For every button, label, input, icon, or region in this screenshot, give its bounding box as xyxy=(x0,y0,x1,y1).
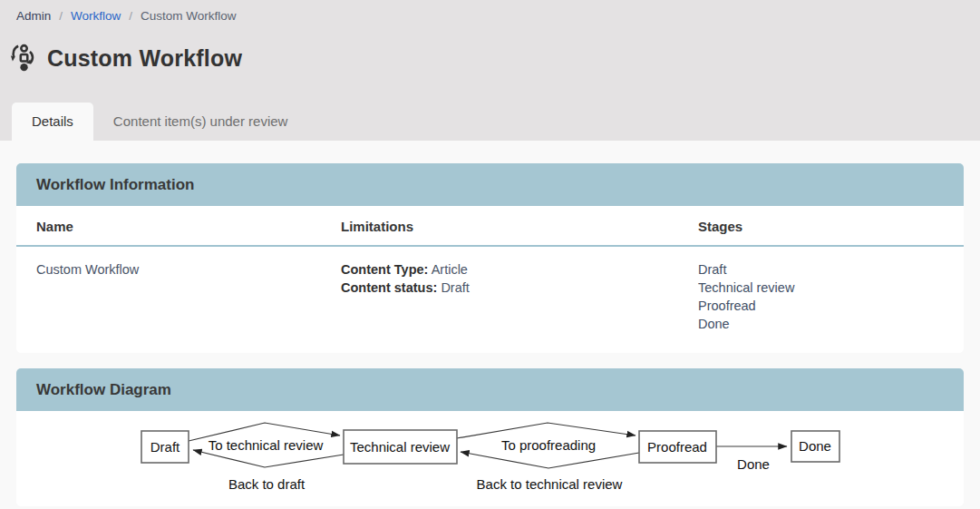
transition-label-to-proofreading: To proofreading xyxy=(501,437,596,453)
stage-item: Done xyxy=(698,315,944,333)
column-header-limitations: Limitations xyxy=(321,206,678,246)
workflow-icon xyxy=(9,44,38,73)
workflow-diagram-body: To technical review Back to draft To pro… xyxy=(16,411,964,506)
column-header-name: Name xyxy=(16,206,321,246)
workflow-diagram-header: Workflow Diagram xyxy=(16,368,964,411)
table-row: Custom Workflow Content Type: Article Co… xyxy=(16,246,964,353)
page-title-row: Custom Workflow xyxy=(0,23,980,73)
limitation-content-type: Content Type: Article xyxy=(341,260,658,279)
breadcrumb-workflow-link[interactable]: Workflow xyxy=(71,9,121,23)
main-content: Workflow Information Name Limitations St… xyxy=(0,141,980,506)
node-label-draft: Draft xyxy=(150,439,180,455)
limitation-label: Content Type: xyxy=(341,262,428,277)
breadcrumb-admin[interactable]: Admin xyxy=(16,9,51,23)
cell-name: Custom Workflow xyxy=(16,246,321,353)
limitation-content-status: Content status: Draft xyxy=(341,279,658,297)
workflow-information-header: Workflow Information xyxy=(16,163,964,206)
breadcrumb: Admin / Workflow / Custom Workflow xyxy=(0,0,980,23)
node-label-technical-review: Technical review xyxy=(350,439,450,455)
column-header-stages: Stages xyxy=(678,206,964,246)
breadcrumb-current: Custom Workflow xyxy=(141,9,237,23)
transition-label-back-to-technical-review: Back to technical review xyxy=(477,476,623,492)
transition-label-done: Done xyxy=(737,456,770,472)
workflow-information-title: Workflow Information xyxy=(36,176,944,194)
stage-item: Technical review xyxy=(698,279,944,297)
cell-stages: Draft Technical review Proofread Done xyxy=(678,246,964,353)
page-title: Custom Workflow xyxy=(47,45,242,72)
workflow-diagram-svg: To technical review Back to draft To pro… xyxy=(16,411,964,506)
tab-details[interactable]: Details xyxy=(12,103,93,141)
app-header: Admin / Workflow / Custom Workflow Custo… xyxy=(0,0,980,141)
workflow-information-panel: Workflow Information Name Limitations St… xyxy=(16,163,964,353)
workflow-diagram-title: Workflow Diagram xyxy=(36,381,944,399)
limitation-value: Draft xyxy=(441,280,469,295)
node-label-done: Done xyxy=(799,438,831,454)
transition-label-back-to-draft: Back to draft xyxy=(228,476,306,492)
cell-limitations: Content Type: Article Content status: Dr… xyxy=(321,246,678,353)
stage-item: Proofread xyxy=(698,297,944,315)
tab-content-items-under-review[interactable]: Content item(s) under review xyxy=(93,103,308,141)
node-label-proofread: Proofread xyxy=(647,439,707,455)
breadcrumb-separator: / xyxy=(59,9,63,23)
breadcrumb-separator: / xyxy=(129,9,132,23)
workflow-information-table: Name Limitations Stages Custom Workflow … xyxy=(16,206,964,353)
stage-item: Draft xyxy=(698,260,944,279)
transition-label-to-technical-review: To technical review xyxy=(209,437,324,453)
limitation-value: Article xyxy=(432,262,468,277)
tab-bar: Details Content item(s) under review xyxy=(12,103,307,141)
limitation-label: Content status: xyxy=(341,280,437,295)
workflow-diagram-panel: Workflow Diagram To technical xyxy=(16,368,964,506)
